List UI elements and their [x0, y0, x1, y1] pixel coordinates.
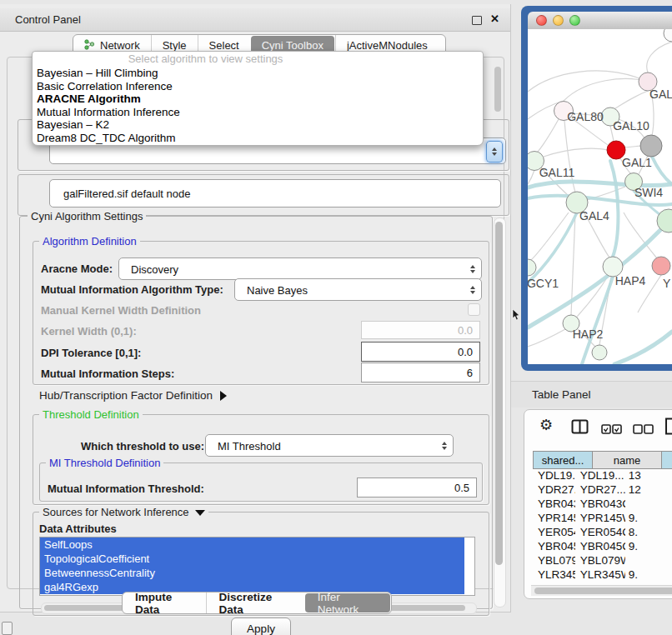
table-cell: YBL079W [575, 554, 625, 568]
which-threshold-label: Which threshold to use: [81, 440, 204, 452]
node-bottom[interactable] [592, 345, 607, 360]
table-cell: 12 [625, 483, 672, 498]
algorithm-option[interactable]: Dream8 DC_TDC Algorithm [33, 132, 483, 145]
network-edge[interactable] [612, 91, 648, 110]
mi-threshold-label: Mutual Information Threshold: [48, 482, 204, 495]
split-columns-icon[interactable] [571, 419, 589, 438]
document-icon[interactable] [664, 418, 672, 438]
table-panel-title: Table Panel [532, 388, 591, 401]
table-row[interactable]: YBR045CYBR045C9. [533, 540, 672, 554]
mi-steps-value: 6 [467, 367, 473, 379]
table-header-row: shared...name [533, 451, 672, 469]
mi-steps-field[interactable]: 6 [361, 362, 480, 382]
table-cell [625, 498, 672, 512]
tab-discretize-data[interactable]: Discretize Data [206, 592, 304, 613]
hub-section-toggle[interactable]: Hub/Transcription Factor Definition [39, 389, 227, 402]
node-label-SWI4: SWI4 [634, 186, 663, 199]
sources-toggle[interactable]: Sources for Network Inference [39, 506, 208, 518]
select-none-unchecked-icon[interactable] [633, 422, 654, 438]
table-row[interactable]: YPR145WYPR145W9. [533, 512, 672, 526]
expand-right-icon[interactable] [220, 391, 227, 401]
table-row[interactable]: YDL19...YDL19...13 [533, 469, 672, 483]
algorithm-option[interactable]: ARACNE Algorithm [33, 92, 483, 106]
minimized-panel-icon[interactable] [2, 622, 13, 635]
settings-scrollbar[interactable] [494, 218, 506, 608]
apply-button[interactable]: Apply [231, 618, 291, 635]
node-label-GAL4: GAL4 [579, 209, 609, 222]
algorithm-option[interactable]: Bayesian – Hill Climbing [33, 67, 483, 80]
network-edge-thick[interactable] [529, 212, 577, 282]
tab-impute-data[interactable]: Impute Data [123, 592, 206, 613]
manual-kernel-checkbox[interactable] [468, 303, 480, 316]
table-cell: 9. [625, 568, 672, 582]
node-pink-right[interactable] [652, 257, 670, 275]
aracne-mode-combo[interactable]: Discovery [118, 258, 482, 280]
data-attribute-item[interactable]: SelfLoops [40, 538, 464, 552]
network-edge-thick[interactable] [614, 332, 672, 364]
aracne-mode-label: Aracne Mode: [41, 262, 113, 275]
table-row[interactable]: YBL079WYBL079W [533, 554, 672, 568]
data-attribute-item[interactable]: TopologicalCoefficient [40, 552, 464, 566]
table-data-combo[interactable]: galFiltered.sif default node [49, 179, 501, 208]
table-row[interactable]: YDR27...YDR27...12 [533, 483, 672, 498]
network-edge[interactable] [528, 71, 648, 92]
mouse-cursor [512, 309, 520, 324]
zoom-traffic-light-icon[interactable] [569, 15, 580, 26]
minimize-traffic-light-icon[interactable] [553, 15, 564, 26]
network-edge[interactable] [624, 146, 641, 148]
table-hscrollbar-thumb[interactable] [534, 588, 672, 594]
float-window-icon[interactable] [472, 16, 482, 25]
select-all-checked-icon[interactable] [601, 422, 622, 438]
network-edge[interactable] [564, 79, 648, 101]
table-cell: YER054C [575, 526, 625, 540]
gear-icon[interactable]: ⚙ [539, 416, 553, 434]
table-column-header[interactable] [661, 452, 672, 468]
table-column-header[interactable]: shared... [534, 452, 592, 468]
network-edge[interactable] [544, 148, 607, 157]
tab-infer-network[interactable]: Infer Network [305, 593, 390, 612]
node-label-Y: Y [663, 277, 671, 290]
network-graph[interactable]: GALGAL80GAL10GAL1GAL11SWI4GAL4GCY1HAP4YH… [528, 29, 672, 364]
node-gcy1[interactable] [528, 259, 536, 276]
network-edge[interactable] [528, 329, 565, 347]
dpi-tolerance-field[interactable]: 0.0 [361, 342, 480, 362]
algorithm-option[interactable]: Bayesian – K2 [33, 118, 483, 132]
node-label-GCY1: GCY1 [528, 277, 559, 290]
attributes-scrollbar-thumb[interactable] [494, 67, 501, 112]
table-panel: ⚙ shared...name YDL19...YDL19...13YDR27.… [524, 409, 672, 599]
node-gray[interactable] [640, 135, 662, 157]
mi-threshold-field[interactable]: 0.5 [357, 478, 477, 498]
table-row[interactable]: YER054CYER054C8. [533, 526, 672, 540]
dpi-tolerance-label: DPI Tolerance [0,1]: [41, 347, 141, 359]
algorithm-option[interactable]: Mutual Information Inference [33, 106, 483, 119]
mi-type-combo[interactable]: Naive Bayes [234, 278, 482, 301]
network-edge[interactable] [647, 42, 672, 72]
which-threshold-combo[interactable]: MI Threshold [205, 434, 454, 457]
node-label-HAP2: HAP2 [573, 328, 604, 341]
close-traffic-light-icon[interactable] [536, 15, 547, 26]
table-row[interactable]: YBR043CYBR043C [533, 498, 672, 512]
table-hscrollbar[interactable] [531, 585, 672, 596]
cyni-algorithm-settings-title: Cyni Algorithm Settings [28, 210, 146, 222]
data-attributes-list[interactable]: SelfLoopsTopologicalCoefficientBetweenne… [39, 537, 475, 596]
combo-stepper-icon[interactable] [486, 141, 503, 162]
kernel-width-field[interactable]: 0.0 [361, 321, 480, 339]
data-attribute-item[interactable]: BetweennessCentrality [40, 566, 464, 580]
network-window-titlebar[interactable] [528, 12, 672, 30]
tab-label: Network [100, 39, 140, 52]
table-row[interactable]: YLR345WYLR345W9. [533, 568, 672, 582]
network-edge-thick[interactable] [652, 157, 672, 184]
collapse-down-icon[interactable] [195, 510, 205, 516]
tab-label: Style [163, 39, 187, 52]
network-canvas[interactable]: GALGAL80GAL10GAL1GAL11SWI4GAL4GCY1HAP4YH… [528, 29, 672, 364]
algorithm-option[interactable]: Basic Correlation Inference [33, 80, 483, 93]
table-cell: YLR345W [575, 568, 625, 582]
table-cell: YPR145W [575, 512, 625, 526]
settings-scrollbar-thumb[interactable] [495, 222, 503, 565]
network-edge[interactable] [528, 170, 534, 184]
node-partial-top[interactable] [664, 29, 672, 42]
network-edge-thick[interactable] [610, 161, 618, 257]
table-column-header[interactable]: name [592, 452, 661, 468]
network-edge[interactable] [535, 119, 559, 154]
close-icon[interactable]: ✕ [490, 12, 499, 25]
